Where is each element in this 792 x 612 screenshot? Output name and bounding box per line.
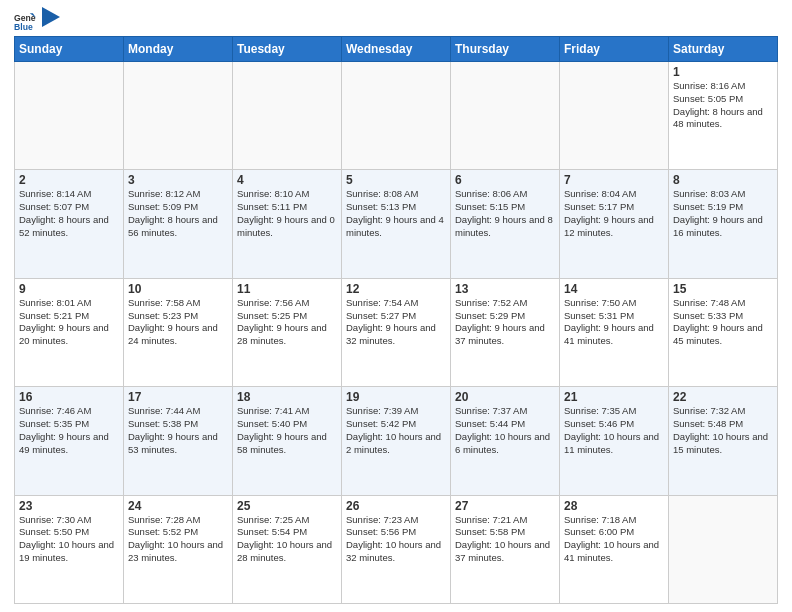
day-info: Sunrise: 7:37 AM Sunset: 5:44 PM Dayligh… <box>455 405 555 456</box>
weekday-header-sunday: Sunday <box>15 37 124 62</box>
calendar-cell: 10Sunrise: 7:58 AM Sunset: 5:23 PM Dayli… <box>124 278 233 386</box>
day-info: Sunrise: 7:46 AM Sunset: 5:35 PM Dayligh… <box>19 405 119 456</box>
week-row-3: 9Sunrise: 8:01 AM Sunset: 5:21 PM Daylig… <box>15 278 778 386</box>
day-number: 9 <box>19 282 119 296</box>
day-info: Sunrise: 7:21 AM Sunset: 5:58 PM Dayligh… <box>455 514 555 565</box>
day-number: 4 <box>237 173 337 187</box>
calendar-cell: 19Sunrise: 7:39 AM Sunset: 5:42 PM Dayli… <box>342 387 451 495</box>
calendar-cell: 6Sunrise: 8:06 AM Sunset: 5:15 PM Daylig… <box>451 170 560 278</box>
calendar-cell: 18Sunrise: 7:41 AM Sunset: 5:40 PM Dayli… <box>233 387 342 495</box>
day-info: Sunrise: 7:41 AM Sunset: 5:40 PM Dayligh… <box>237 405 337 456</box>
calendar-cell: 22Sunrise: 7:32 AM Sunset: 5:48 PM Dayli… <box>669 387 778 495</box>
day-info: Sunrise: 8:06 AM Sunset: 5:15 PM Dayligh… <box>455 188 555 239</box>
week-row-5: 23Sunrise: 7:30 AM Sunset: 5:50 PM Dayli… <box>15 495 778 603</box>
calendar-cell <box>15 62 124 170</box>
logo-arrow-icon <box>42 7 60 29</box>
calendar-cell: 20Sunrise: 7:37 AM Sunset: 5:44 PM Dayli… <box>451 387 560 495</box>
svg-marker-3 <box>42 7 60 27</box>
calendar-cell <box>669 495 778 603</box>
day-number: 7 <box>564 173 664 187</box>
day-number: 2 <box>19 173 119 187</box>
weekday-header-monday: Monday <box>124 37 233 62</box>
day-number: 20 <box>455 390 555 404</box>
calendar-cell: 16Sunrise: 7:46 AM Sunset: 5:35 PM Dayli… <box>15 387 124 495</box>
page: General Blue SundayMondayTuesdayWednesda… <box>0 0 792 612</box>
calendar-cell: 8Sunrise: 8:03 AM Sunset: 5:19 PM Daylig… <box>669 170 778 278</box>
week-row-2: 2Sunrise: 8:14 AM Sunset: 5:07 PM Daylig… <box>15 170 778 278</box>
calendar-cell: 3Sunrise: 8:12 AM Sunset: 5:09 PM Daylig… <box>124 170 233 278</box>
day-number: 18 <box>237 390 337 404</box>
day-number: 3 <box>128 173 228 187</box>
day-number: 8 <box>673 173 773 187</box>
weekday-header-friday: Friday <box>560 37 669 62</box>
day-info: Sunrise: 8:01 AM Sunset: 5:21 PM Dayligh… <box>19 297 119 348</box>
day-info: Sunrise: 7:25 AM Sunset: 5:54 PM Dayligh… <box>237 514 337 565</box>
day-number: 27 <box>455 499 555 513</box>
day-number: 28 <box>564 499 664 513</box>
day-number: 19 <box>346 390 446 404</box>
calendar-cell: 17Sunrise: 7:44 AM Sunset: 5:38 PM Dayli… <box>124 387 233 495</box>
day-number: 14 <box>564 282 664 296</box>
day-info: Sunrise: 7:56 AM Sunset: 5:25 PM Dayligh… <box>237 297 337 348</box>
calendar-cell: 14Sunrise: 7:50 AM Sunset: 5:31 PM Dayli… <box>560 278 669 386</box>
day-info: Sunrise: 7:23 AM Sunset: 5:56 PM Dayligh… <box>346 514 446 565</box>
logo: General Blue <box>14 10 60 32</box>
day-info: Sunrise: 8:04 AM Sunset: 5:17 PM Dayligh… <box>564 188 664 239</box>
weekday-header-wednesday: Wednesday <box>342 37 451 62</box>
calendar-cell <box>560 62 669 170</box>
day-info: Sunrise: 8:16 AM Sunset: 5:05 PM Dayligh… <box>673 80 773 131</box>
day-info: Sunrise: 8:10 AM Sunset: 5:11 PM Dayligh… <box>237 188 337 239</box>
day-number: 26 <box>346 499 446 513</box>
day-number: 16 <box>19 390 119 404</box>
day-info: Sunrise: 7:44 AM Sunset: 5:38 PM Dayligh… <box>128 405 228 456</box>
calendar-cell <box>451 62 560 170</box>
calendar-cell: 24Sunrise: 7:28 AM Sunset: 5:52 PM Dayli… <box>124 495 233 603</box>
calendar-cell <box>233 62 342 170</box>
calendar-cell: 15Sunrise: 7:48 AM Sunset: 5:33 PM Dayli… <box>669 278 778 386</box>
calendar-cell: 27Sunrise: 7:21 AM Sunset: 5:58 PM Dayli… <box>451 495 560 603</box>
day-number: 17 <box>128 390 228 404</box>
day-number: 21 <box>564 390 664 404</box>
calendar-cell: 7Sunrise: 8:04 AM Sunset: 5:17 PM Daylig… <box>560 170 669 278</box>
calendar-cell: 11Sunrise: 7:56 AM Sunset: 5:25 PM Dayli… <box>233 278 342 386</box>
calendar-cell: 2Sunrise: 8:14 AM Sunset: 5:07 PM Daylig… <box>15 170 124 278</box>
calendar-cell: 25Sunrise: 7:25 AM Sunset: 5:54 PM Dayli… <box>233 495 342 603</box>
day-info: Sunrise: 8:14 AM Sunset: 5:07 PM Dayligh… <box>19 188 119 239</box>
header: General Blue <box>14 10 778 32</box>
day-number: 5 <box>346 173 446 187</box>
day-info: Sunrise: 7:52 AM Sunset: 5:29 PM Dayligh… <box>455 297 555 348</box>
day-number: 11 <box>237 282 337 296</box>
day-info: Sunrise: 8:03 AM Sunset: 5:19 PM Dayligh… <box>673 188 773 239</box>
day-number: 12 <box>346 282 446 296</box>
calendar-cell: 4Sunrise: 8:10 AM Sunset: 5:11 PM Daylig… <box>233 170 342 278</box>
week-row-4: 16Sunrise: 7:46 AM Sunset: 5:35 PM Dayli… <box>15 387 778 495</box>
day-number: 25 <box>237 499 337 513</box>
calendar-cell: 28Sunrise: 7:18 AM Sunset: 6:00 PM Dayli… <box>560 495 669 603</box>
day-number: 10 <box>128 282 228 296</box>
calendar-cell: 12Sunrise: 7:54 AM Sunset: 5:27 PM Dayli… <box>342 278 451 386</box>
day-info: Sunrise: 7:50 AM Sunset: 5:31 PM Dayligh… <box>564 297 664 348</box>
calendar-table: SundayMondayTuesdayWednesdayThursdayFrid… <box>14 36 778 604</box>
weekday-header-saturday: Saturday <box>669 37 778 62</box>
day-info: Sunrise: 8:12 AM Sunset: 5:09 PM Dayligh… <box>128 188 228 239</box>
calendar-cell: 9Sunrise: 8:01 AM Sunset: 5:21 PM Daylig… <box>15 278 124 386</box>
day-info: Sunrise: 7:30 AM Sunset: 5:50 PM Dayligh… <box>19 514 119 565</box>
day-number: 24 <box>128 499 228 513</box>
day-number: 22 <box>673 390 773 404</box>
day-info: Sunrise: 7:54 AM Sunset: 5:27 PM Dayligh… <box>346 297 446 348</box>
week-row-1: 1Sunrise: 8:16 AM Sunset: 5:05 PM Daylig… <box>15 62 778 170</box>
day-info: Sunrise: 7:35 AM Sunset: 5:46 PM Dayligh… <box>564 405 664 456</box>
day-number: 6 <box>455 173 555 187</box>
generalblue-icon: General Blue <box>14 10 36 32</box>
day-number: 13 <box>455 282 555 296</box>
calendar-cell <box>124 62 233 170</box>
day-info: Sunrise: 7:18 AM Sunset: 6:00 PM Dayligh… <box>564 514 664 565</box>
svg-text:Blue: Blue <box>14 22 33 32</box>
day-info: Sunrise: 8:08 AM Sunset: 5:13 PM Dayligh… <box>346 188 446 239</box>
calendar-cell: 23Sunrise: 7:30 AM Sunset: 5:50 PM Dayli… <box>15 495 124 603</box>
day-info: Sunrise: 7:58 AM Sunset: 5:23 PM Dayligh… <box>128 297 228 348</box>
day-number: 23 <box>19 499 119 513</box>
day-info: Sunrise: 7:48 AM Sunset: 5:33 PM Dayligh… <box>673 297 773 348</box>
weekday-header-row: SundayMondayTuesdayWednesdayThursdayFrid… <box>15 37 778 62</box>
day-info: Sunrise: 7:39 AM Sunset: 5:42 PM Dayligh… <box>346 405 446 456</box>
